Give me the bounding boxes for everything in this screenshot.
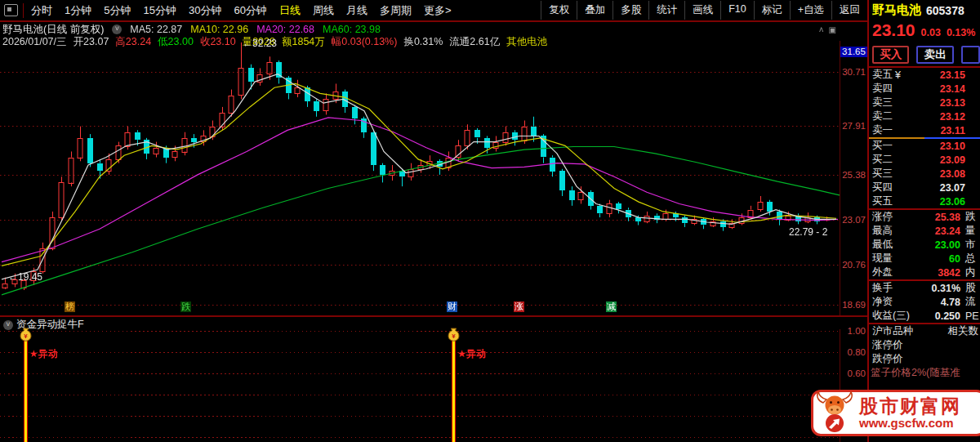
market-section-header[interactable]: 沪市品种 相关数 bbox=[869, 324, 980, 338]
candlestick-chart[interactable] bbox=[0, 41, 841, 315]
info-item: 低23.00 bbox=[158, 35, 194, 49]
window-icon[interactable] bbox=[4, 4, 18, 16]
level-label: 卖四 bbox=[872, 82, 893, 96]
menu-action-统计[interactable]: 统计 bbox=[648, 1, 684, 20]
buy-button[interactable]: 买入 bbox=[872, 46, 909, 64]
chevron-down-icon[interactable]: ˅ bbox=[3, 320, 13, 330]
axis-label: 25.38 bbox=[841, 170, 866, 180]
menu-action-复权[interactable]: 复权 bbox=[541, 1, 577, 20]
period-menu: 分时1分钟5分钟15分钟30分钟60分钟日线周线月线多周期更多> bbox=[31, 3, 451, 18]
chart-annotation: 22.79 - 2 bbox=[789, 226, 827, 238]
menu-period-更多>[interactable]: 更多> bbox=[424, 3, 452, 18]
menu-period-月线[interactable]: 月线 bbox=[346, 3, 368, 18]
stat-label: 现量 bbox=[872, 252, 913, 266]
stat-value: 3842 bbox=[938, 267, 960, 279]
axis-label: 23.07 bbox=[841, 215, 866, 225]
level-label: 买一 bbox=[872, 139, 893, 153]
menu-period-日线[interactable]: 日线 bbox=[279, 3, 301, 18]
ma-value: MA10: 22.96 bbox=[190, 24, 248, 35]
stock-name: 野马电池 bbox=[872, 2, 921, 18]
menu-action-多股[interactable]: 多股 bbox=[612, 1, 648, 20]
menu-period-30分钟[interactable]: 30分钟 bbox=[189, 3, 221, 18]
level-price: 23.14 bbox=[940, 83, 980, 95]
ask-row-1[interactable]: 卖四23.14 bbox=[869, 82, 980, 96]
event-marker-减[interactable]: 减 bbox=[606, 301, 617, 312]
bid-row-4[interactable]: 买五23.06 bbox=[869, 194, 980, 208]
stats-block-1: 涨停25.38跌最高23.24量最低23.00市现量60总外盘3842内 bbox=[869, 210, 980, 279]
event-marker-财[interactable]: 财 bbox=[447, 301, 457, 312]
menu-period-5分钟[interactable]: 5分钟 bbox=[104, 3, 131, 18]
stat-value: 0.31% bbox=[932, 283, 960, 294]
ask-row-4[interactable]: 卖一23.11 bbox=[869, 123, 980, 137]
stat-value: 4.78 bbox=[941, 297, 960, 308]
info-item: 其他电池 bbox=[506, 35, 547, 49]
info-item: 换0.31% bbox=[403, 35, 443, 49]
basket-price-note: 篮子价格2%(随基准 bbox=[869, 366, 980, 380]
level-price: 23.08 bbox=[940, 168, 980, 180]
event-marker-涨[interactable]: 涨 bbox=[514, 301, 524, 312]
menu-period-分时[interactable]: 分时 bbox=[31, 3, 52, 18]
indicator-gridline bbox=[0, 331, 840, 332]
stat-label: 换手 bbox=[872, 281, 913, 295]
stat-row-涨停: 涨停25.38跌 bbox=[869, 210, 980, 224]
indicator-header[interactable]: ˅ 资金异动捉牛F bbox=[3, 318, 84, 332]
stat-row-现量: 现量60总 bbox=[869, 252, 980, 266]
menu-period-60分钟[interactable]: 60分钟 bbox=[234, 3, 266, 18]
level-label: 买五 bbox=[872, 194, 893, 208]
menu-period-1分钟[interactable]: 1分钟 bbox=[65, 3, 91, 18]
indicator-gridline bbox=[0, 416, 840, 417]
stock-code: 605378 bbox=[926, 4, 964, 17]
stat-label: 外盘 bbox=[872, 266, 913, 279]
menu-period-多周期[interactable]: 多周期 bbox=[380, 3, 412, 18]
panel-icon[interactable]: ▣ bbox=[829, 25, 836, 34]
indicator-axis-label: 1.00 bbox=[841, 326, 866, 336]
chevron-up-icon[interactable]: ˄ bbox=[819, 25, 824, 34]
level-price: 23.09 bbox=[940, 154, 980, 166]
bid-row-0[interactable]: 买一23.10 bbox=[869, 139, 980, 153]
indicator-gridline bbox=[0, 437, 840, 438]
axis-label: 30.71 bbox=[841, 67, 866, 77]
money-bag-icon: ¥ bbox=[20, 328, 32, 345]
menu-action-画线[interactable]: 画线 bbox=[684, 1, 720, 20]
stat-clipped-label: 跌 bbox=[960, 210, 980, 224]
ask-row-2[interactable]: 卖三23.13 bbox=[869, 96, 980, 109]
bid-row-3[interactable]: 买四23.07 bbox=[869, 181, 980, 194]
event-marker-榜[interactable]: 榜 bbox=[65, 301, 75, 312]
level-label: 卖一 bbox=[872, 123, 893, 137]
bid-row-2[interactable]: 买三23.08 bbox=[869, 167, 980, 181]
chart-header: 野马电池(日线 前复权) ˅ MA5: 22.87MA10: 22.96MA20… bbox=[0, 23, 866, 47]
chevron-down-icon[interactable]: ˅ bbox=[112, 25, 122, 34]
axis-label: 27.91 bbox=[841, 121, 866, 131]
menu-action-标记[interactable]: 标记 bbox=[754, 1, 790, 20]
info-item: 开23.07 bbox=[74, 35, 109, 49]
stat-label: 净资 bbox=[872, 295, 913, 309]
level-price: 23.10 bbox=[940, 141, 980, 152]
ma-value: MA60: 23.98 bbox=[323, 24, 381, 35]
indicator-axis-label: 0.80 bbox=[841, 347, 866, 357]
level-label: 卖三 bbox=[872, 96, 893, 109]
bid-row-1[interactable]: 买二23.09 bbox=[869, 153, 980, 167]
info-item: 高23.24 bbox=[115, 35, 151, 49]
menu-action-+自选[interactable]: +自选 bbox=[790, 1, 831, 20]
fund-event-label: ★异动 bbox=[29, 347, 58, 361]
menu-action-F10[interactable]: F10 bbox=[720, 1, 754, 20]
action-menu: 复权叠加多股统计画线F10标记+自选返回 bbox=[541, 1, 868, 20]
stat-label: 最低 bbox=[872, 238, 913, 252]
menu-period-15分钟[interactable]: 15分钟 bbox=[143, 3, 176, 18]
menu-action-叠加[interactable]: 叠加 bbox=[577, 1, 612, 20]
sell-button[interactable]: 卖出 bbox=[916, 46, 953, 64]
event-marker-跌[interactable]: 跌 bbox=[180, 301, 191, 312]
menu-period-周线[interactable]: 周线 bbox=[313, 3, 334, 18]
price-change-pct: 0.13% bbox=[947, 27, 975, 38]
last-price: 23.10 bbox=[872, 20, 915, 40]
level-price: 23.11 bbox=[940, 125, 980, 136]
menu-action-返回[interactable]: 返回 bbox=[831, 1, 868, 20]
stat-clipped-label: 市 bbox=[960, 238, 980, 252]
stat-value: 23.00 bbox=[935, 239, 960, 251]
clipped-button[interactable] bbox=[961, 46, 980, 64]
stats-block-2: 换手0.31%股净资4.78流收益(三)0.250PE bbox=[869, 281, 980, 323]
ask-row-0[interactable]: 卖五¥23.15 bbox=[869, 68, 980, 82]
ask-row-3[interactable]: 卖二23.12 bbox=[869, 109, 980, 123]
chart-annotation: ←32.23 bbox=[243, 38, 277, 49]
svg-text:¥: ¥ bbox=[452, 333, 456, 340]
